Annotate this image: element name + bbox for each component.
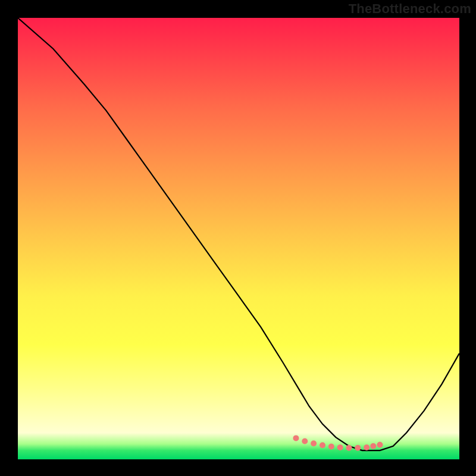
bottleneck-curve-svg xyxy=(18,18,459,459)
optimal-marker xyxy=(328,443,334,449)
optimal-marker xyxy=(370,443,376,449)
optimal-marker xyxy=(311,440,317,446)
chart-frame: TheBottleneck.com xyxy=(0,0,476,476)
optimal-marker xyxy=(364,444,369,450)
bottleneck-curve-path xyxy=(18,18,459,450)
optimal-marker xyxy=(355,445,361,451)
optimal-marker xyxy=(302,439,308,444)
watermark-text: TheBottleneck.com xyxy=(349,1,471,17)
optimal-marker xyxy=(337,444,343,450)
optimal-marker xyxy=(293,435,299,441)
optimal-range-markers xyxy=(293,435,383,450)
optimal-marker xyxy=(377,442,383,448)
optimal-marker xyxy=(346,445,352,451)
plot-area xyxy=(18,18,459,459)
optimal-marker xyxy=(320,442,325,448)
